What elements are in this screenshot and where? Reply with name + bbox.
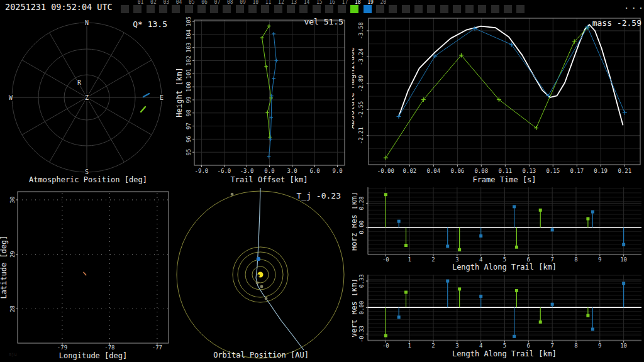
- y-tick-label: 100: [186, 82, 192, 92]
- x-tick-label: 7: [550, 343, 553, 349]
- plot-frame: [369, 18, 640, 165]
- frame-tab-09[interactable]: [236, 5, 244, 13]
- frame-tab-10[interactable]: [248, 5, 257, 13]
- overflow-menu-button[interactable]: ...: [624, 1, 644, 11]
- y-tick-label: 0.28: [358, 197, 365, 211]
- frame-tab-12[interactable]: [274, 5, 282, 13]
- x-tick-label: 0.08: [474, 168, 488, 174]
- frame-tab-blank[interactable]: [453, 5, 461, 13]
- y-axis-title: Latitude [deg]: [0, 235, 8, 299]
- data-point-marker: [269, 96, 273, 100]
- plot-title: T_j -0.23: [297, 191, 341, 200]
- frame-tab-07[interactable]: [210, 5, 218, 13]
- x-tick-label: 0.21: [618, 168, 631, 174]
- frame-tab-16[interactable]: [325, 5, 333, 13]
- data-point-marker: [270, 94, 274, 98]
- y-tick-label: 99: [186, 97, 192, 104]
- sun-shadow-notch: [257, 275, 260, 277]
- x-tick-label: -79: [57, 344, 67, 351]
- frame-tab-04[interactable]: [172, 5, 180, 13]
- y-axis-title: Height [km]: [176, 67, 184, 117]
- x-tick-label: 5: [503, 256, 506, 263]
- x-tick-label: -3.0: [240, 168, 254, 174]
- stem-marker: [622, 282, 625, 285]
- frame-tab-blank[interactable]: [440, 5, 448, 13]
- x-tick-label: 1: [408, 256, 411, 263]
- frame-tab-blank[interactable]: [478, 5, 486, 13]
- frame-tab-label: 17: [342, 0, 348, 5]
- frame-tab-label: 04: [176, 0, 182, 5]
- frame-tab-05[interactable]: [185, 5, 193, 13]
- stem-marker: [551, 303, 554, 306]
- y-tick-label: 0.00: [358, 221, 365, 234]
- series-station-green-line: [386, 28, 587, 158]
- frame-tab-blank[interactable]: [516, 5, 525, 13]
- frame-tab-17[interactable]: [338, 5, 346, 13]
- x-tick-label: -0: [382, 343, 389, 349]
- plot-title: Q* 13.5: [133, 19, 167, 29]
- data-point-marker: [260, 36, 264, 40]
- x-tick-label: 9.0: [332, 168, 342, 174]
- tick-labels: -0.000.020.040.060.080.110.130.150.170.1…: [358, 22, 631, 174]
- tick-labels: -0123456789100.280.00: [358, 197, 627, 263]
- frame-tab-20[interactable]: [376, 5, 384, 13]
- data-point-marker: [623, 111, 627, 115]
- panel-lightcurve: -0.000.020.040.060.080.110.130.150.170.1…: [352, 14, 644, 185]
- planet-inner-planet-1: [256, 282, 259, 285]
- panel-ground-track: -79-78-77282930Longitude [deg]Latitude […: [0, 185, 176, 362]
- frame-tab-08[interactable]: [223, 5, 231, 13]
- polar-spoke: [50, 97, 87, 162]
- frame-tab-13[interactable]: [287, 5, 295, 13]
- frame-tab-blank[interactable]: [491, 5, 499, 13]
- x-tick-label: 7: [550, 256, 553, 263]
- x-tick-label: 0.04: [426, 168, 440, 174]
- frame-tab-label: 01: [138, 0, 144, 5]
- stem-marker: [539, 321, 542, 324]
- frame-tab-blank[interactable]: [427, 5, 435, 13]
- frame-tab-label: 18: [355, 0, 361, 5]
- polar-spoke: [87, 97, 125, 162]
- x-tick-label: 0.17: [570, 168, 584, 174]
- frame-tab-blank[interactable]: [402, 5, 410, 13]
- y-tick-label: 28: [9, 305, 16, 312]
- frame-tab-strip: 0102030405060708091011121314151617181920: [0, 0, 644, 14]
- frame-tab-15[interactable]: [313, 5, 321, 13]
- frame-tab-label: 19: [367, 0, 374, 5]
- frame-tab-blank[interactable]: [465, 5, 474, 13]
- stem-marker: [515, 246, 518, 249]
- series-station-blue: [397, 205, 625, 248]
- stem-marker: [384, 193, 387, 196]
- stem-marker: [458, 248, 461, 251]
- frame-tab-06[interactable]: [197, 5, 206, 13]
- stem-marker: [551, 228, 554, 231]
- frame-tab-18[interactable]: [350, 5, 358, 13]
- data-point-marker: [275, 59, 279, 63]
- frame-tab-14[interactable]: [299, 5, 308, 13]
- frame-tab-11[interactable]: [261, 5, 269, 13]
- frame-tab-blank[interactable]: [414, 5, 423, 13]
- frame-tab-19[interactable]: [364, 5, 372, 13]
- frame-tab-01[interactable]: [133, 5, 142, 13]
- stem-marker: [446, 280, 449, 283]
- y-tick-label: 95: [186, 149, 192, 156]
- y-tick-label: 104: [186, 30, 192, 40]
- polar-spoke: [87, 33, 125, 97]
- panel-horz-res: -0123456789100.280.00Length Along Trail …: [352, 185, 644, 272]
- panel-orbital-position: T_j -0.23Orbital Position [AU]: [176, 185, 352, 362]
- planet-inner-planet-3: [265, 297, 268, 300]
- x-tick-label: 0.0: [264, 168, 274, 174]
- frame-tab-blank[interactable]: [121, 5, 129, 13]
- frame-tab-label: 05: [189, 0, 195, 5]
- frame-tab-03[interactable]: [159, 5, 167, 13]
- frame-tab-02[interactable]: [147, 5, 155, 13]
- stem-marker: [586, 314, 589, 317]
- frame-tab-label: 09: [240, 0, 246, 5]
- x-axis-title: Orbital Position [AU]: [213, 351, 309, 359]
- frame-tab-label: 16: [329, 0, 335, 5]
- polar-spoke: [22, 97, 87, 135]
- y-tick-label: 30: [9, 197, 16, 204]
- frame-tab-blank[interactable]: [389, 5, 397, 13]
- frame-tab-label: 10: [253, 0, 259, 5]
- comet-trajectory: [256, 188, 304, 350]
- frame-tab-blank[interactable]: [504, 5, 512, 13]
